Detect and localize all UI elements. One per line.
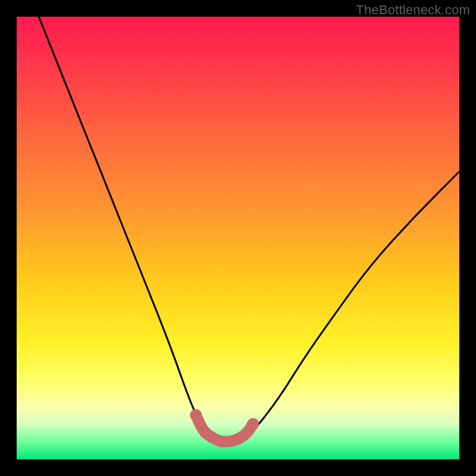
pink-marker-dots: [190, 409, 259, 447]
plot-area: [17, 17, 459, 459]
pink-dot: [247, 418, 259, 430]
pink-dot: [190, 409, 202, 421]
watermark-text: TheBottleneck.com: [356, 2, 470, 18]
outer-frame: TheBottleneck.com: [0, 0, 476, 476]
black-curve-line: [39, 17, 459, 441]
chart-svg: [17, 17, 459, 459]
